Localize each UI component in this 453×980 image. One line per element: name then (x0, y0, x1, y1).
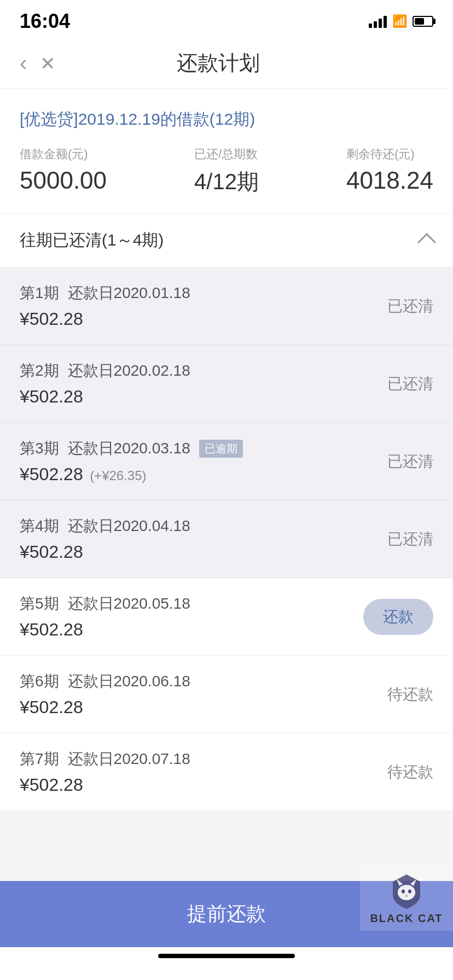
table-row: 第6期 还款日2020.06.18 ¥502.28 待还款 (0, 656, 453, 733)
payment-period: 第3期 (20, 438, 59, 459)
table-row: 第5期 还款日2020.05.18 ¥502.28 还款 (0, 578, 453, 656)
payment-amount: ¥502.28 (20, 309, 83, 329)
loan-progress-label: 已还/总期数 (194, 146, 259, 162)
table-row: 第4期 还款日2020.04.18 ¥502.28 已还清 (0, 500, 453, 578)
loan-progress-stat: 已还/总期数 4/12期 (194, 146, 259, 197)
payment-amount: ¥502.28 (20, 775, 83, 795)
overdue-badge: 已逾期 (199, 440, 243, 458)
close-button[interactable]: ✕ (40, 52, 55, 74)
payment-date: 还款日2020.06.18 (68, 671, 190, 692)
svg-point-3 (402, 889, 405, 893)
payment-status: 已还清 (387, 451, 433, 472)
loan-amount-stat: 借款金额(元) 5000.00 (20, 146, 107, 197)
cat-logo-icon (387, 872, 426, 910)
payment-amount: ¥502.28 (20, 542, 83, 562)
back-button[interactable]: ‹ (20, 51, 27, 75)
payment-date: 还款日2020.04.18 (68, 516, 190, 536)
battery-icon (413, 16, 433, 27)
payment-period: 第4期 (20, 516, 59, 536)
payment-period: 第1期 (20, 283, 59, 304)
loan-remain-value: 4018.24 (346, 167, 433, 194)
payment-period: 第6期 (20, 671, 59, 692)
table-row: 第7期 还款日2020.07.18 ¥502.28 待还款 (0, 733, 453, 811)
loan-progress-value: 4/12期 (194, 167, 259, 197)
payment-status: 待还款 (387, 762, 433, 783)
payment-status: 待还款 (387, 684, 433, 705)
payment-amount: ¥502.28 (20, 387, 83, 406)
payment-amount: ¥502.28 (20, 620, 83, 639)
payment-date: 还款日2020.05.18 (68, 593, 190, 614)
payment-status: 已还清 (387, 296, 433, 317)
payment-period: 第7期 (20, 749, 59, 769)
payment-amount: ¥502.28 (20, 697, 83, 717)
payment-status: 已还清 (387, 529, 433, 550)
loan-amount-label: 借款金额(元) (20, 146, 107, 162)
chevron-up-icon (417, 233, 436, 252)
payment-status: 已还清 (387, 374, 433, 394)
table-row: 第1期 还款日2020.01.18 ¥502.28 已还清 (0, 267, 453, 345)
payment-date: 还款日2020.07.18 (68, 749, 190, 769)
status-icons: 📶 (369, 14, 433, 28)
table-row: 第3期 还款日2020.03.18 已逾期 ¥502.28 (+¥26.35) … (0, 423, 453, 500)
loan-remain-stat: 剩余待还(元) 4018.24 (346, 146, 433, 197)
nav-bar: ‹ ✕ 还款计划 (0, 38, 453, 89)
loan-info-section: [优选贷]2019.12.19的借款(12期) 借款金额(元) 5000.00 … (0, 89, 453, 214)
home-indicator (158, 954, 295, 958)
page-title: 还款计划 (55, 49, 381, 77)
payment-date: 还款日2020.01.18 (68, 283, 190, 304)
payment-period: 第2期 (20, 360, 59, 381)
loan-title: [优选贷]2019.12.19的借款(12期) (20, 108, 433, 131)
svg-point-0 (398, 885, 415, 900)
status-time: 16:04 (20, 10, 70, 33)
loan-stats: 借款金额(元) 5000.00 已还/总期数 4/12期 剩余待还(元) 401… (20, 146, 433, 197)
svg-point-4 (408, 889, 411, 893)
wifi-icon: 📶 (392, 14, 407, 28)
payment-amount: ¥502.28 (20, 464, 83, 484)
repay-button[interactable]: 还款 (363, 599, 433, 635)
status-bar: 16:04 📶 (0, 0, 453, 38)
payment-date: 还款日2020.03.18 (68, 438, 190, 459)
loan-remain-label: 剩余待还(元) (346, 146, 433, 162)
nav-icons: ‹ ✕ (20, 51, 55, 75)
past-section-title: 往期已还清(1～4期) (20, 229, 164, 252)
black-cat-label: BLACK CAT (370, 912, 443, 925)
payment-period: 第5期 (20, 593, 59, 614)
signal-icon (369, 15, 387, 28)
payment-list: 第1期 还款日2020.01.18 ¥502.28 已还清 第2期 还款日202… (0, 267, 453, 909)
payment-date: 还款日2020.02.18 (68, 360, 190, 381)
table-row: 第2期 还款日2020.02.18 ¥502.28 已还清 (0, 345, 453, 423)
black-cat-watermark: BLACK CAT (360, 865, 453, 931)
payment-extra: (+¥26.35) (90, 468, 146, 483)
loan-amount-value: 5000.00 (20, 167, 107, 194)
past-section-header[interactable]: 往期已还清(1～4期) (0, 214, 453, 267)
